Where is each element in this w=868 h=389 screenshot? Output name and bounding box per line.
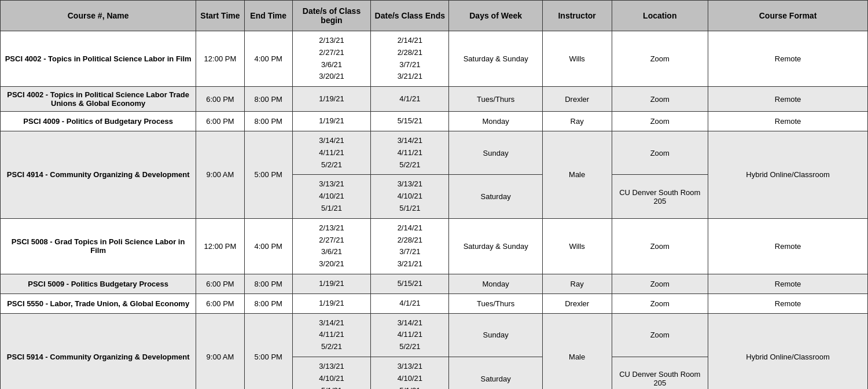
table-row: PSCI 4002 - Topics in Political Science …: [1, 87, 868, 112]
header-dates-begin: Date/s of Class begin: [292, 1, 370, 31]
header-start-time: Start Time: [196, 1, 244, 31]
header-end-time: End Time: [244, 1, 292, 31]
location: Zoom: [612, 112, 708, 131]
dates-end: 2/14/21 2/28/21 3/7/21 3/21/21: [371, 31, 449, 87]
start-time: 6:00 PM: [196, 293, 244, 313]
header-instructor: Instructor: [542, 1, 612, 31]
dates-begin: 1/19/21: [292, 87, 370, 112]
end-time: 4:00 PM: [244, 31, 292, 87]
course-name: PSCI 5008 - Grad Topics in Poli Science …: [1, 218, 196, 274]
location: Zoom: [612, 293, 708, 313]
course-name: PSCI 4914 - Community Organizing & Devel…: [1, 131, 196, 218]
end-time: 4:00 PM: [244, 218, 292, 274]
table-row: PSCI 4009 - Politics of Budgetary Proces…: [1, 112, 868, 131]
start-time: 6:00 PM: [196, 112, 244, 131]
instructor: Ray: [542, 274, 612, 293]
course-format: Remote: [708, 218, 868, 274]
end-time: 8:00 PM: [244, 293, 292, 313]
header-location: Location: [612, 1, 708, 31]
instructor: Male: [542, 313, 612, 389]
end-time: 8:00 PM: [244, 274, 292, 293]
days-of-week: Tues/Thurs: [449, 293, 542, 313]
dates-begin: 3/14/21 4/11/21 5/2/21: [292, 131, 370, 174]
location: Zoom: [612, 87, 708, 112]
table-row: PSCI 5009 - Politics Budgetary Process6:…: [1, 274, 868, 293]
course-name: PSCI 4009 - Politics of Budgetary Proces…: [1, 112, 196, 131]
dates-begin: 3/14/21 4/11/21 5/2/21: [292, 313, 370, 357]
header-course-format: Course Format: [708, 1, 868, 31]
instructor: Male: [542, 131, 612, 218]
dates-begin: 2/13/21 2/27/21 3/6/21 3/20/21: [292, 218, 370, 274]
course-name: PSCI 5914 - Community Organizing & Devel…: [1, 313, 196, 389]
location: Zoom: [612, 31, 708, 87]
dates-end: 5/15/21: [371, 274, 449, 293]
days-of-week: Saturday & Sunday: [449, 31, 542, 87]
dates-end: 3/13/21 4/10/21 5/1/21: [371, 175, 449, 218]
days-of-week: Tues/Thurs: [449, 87, 542, 112]
dates-end: 4/1/21: [371, 293, 449, 313]
days-of-week: Saturday & Sunday: [449, 218, 542, 274]
end-time: 8:00 PM: [244, 112, 292, 131]
header-days-of-week: Days of Week: [449, 1, 542, 31]
table-row: PSCI 4002 - Topics in Political Science …: [1, 31, 868, 87]
dates-begin: 3/13/21 4/10/21 5/1/21: [292, 175, 370, 218]
course-format: Hybrid Online/Classroom: [708, 131, 868, 218]
dates-begin: 3/13/21 4/10/21 5/1/21: [292, 357, 370, 389]
location: Zoom: [612, 218, 708, 274]
location: CU Denver South Room 205: [612, 357, 708, 389]
course-format: Remote: [708, 274, 868, 293]
course-table: Course #, Name Start Time End Time Date/…: [0, 0, 868, 389]
dates-begin: 1/19/21: [292, 112, 370, 131]
end-time: 5:00 PM: [244, 131, 292, 218]
dates-end: 4/1/21: [371, 87, 449, 112]
days-of-week: Sunday: [449, 131, 542, 174]
days-of-week: Saturday: [449, 357, 542, 389]
start-time: 6:00 PM: [196, 87, 244, 112]
days-of-week: Saturday: [449, 175, 542, 218]
start-time: 12:00 PM: [196, 218, 244, 274]
course-name: PSCI 5550 - Labor, Trade Union, & Global…: [1, 293, 196, 313]
instructor: Wills: [542, 218, 612, 274]
start-time: 9:00 AM: [196, 313, 244, 389]
location: Zoom: [612, 274, 708, 293]
table-row: PSCI 5914 - Community Organizing & Devel…: [1, 313, 868, 357]
location: Zoom: [612, 313, 708, 357]
table-row: PSCI 4914 - Community Organizing & Devel…: [1, 131, 868, 174]
days-of-week: Sunday: [449, 313, 542, 357]
dates-begin: 1/19/21: [292, 274, 370, 293]
end-time: 5:00 PM: [244, 313, 292, 389]
location: CU Denver South Room 205: [612, 175, 708, 218]
instructor: Ray: [542, 112, 612, 131]
header-dates-end: Date/s Class Ends: [371, 1, 449, 31]
course-name: PSCI 4002 - Topics in Political Science …: [1, 31, 196, 87]
days-of-week: Monday: [449, 274, 542, 293]
dates-begin: 1/19/21: [292, 293, 370, 313]
end-time: 8:00 PM: [244, 87, 292, 112]
start-time: 6:00 PM: [196, 274, 244, 293]
course-format: Remote: [708, 87, 868, 112]
dates-end: 3/14/21 4/11/21 5/2/21: [371, 131, 449, 174]
table-row: PSCI 5008 - Grad Topics in Poli Science …: [1, 218, 868, 274]
days-of-week: Monday: [449, 112, 542, 131]
course-name: PSCI 5009 - Politics Budgetary Process: [1, 274, 196, 293]
course-format: Hybrid Online/Classroom: [708, 313, 868, 389]
dates-begin: 2/13/21 2/27/21 3/6/21 3/20/21: [292, 31, 370, 87]
course-format: Remote: [708, 112, 868, 131]
start-time: 9:00 AM: [196, 131, 244, 218]
location: Zoom: [612, 131, 708, 174]
course-format: Remote: [708, 293, 868, 313]
course-name: PSCI 4002 - Topics in Political Science …: [1, 87, 196, 112]
dates-end: 5/15/21: [371, 112, 449, 131]
instructor: Drexler: [542, 87, 612, 112]
start-time: 12:00 PM: [196, 31, 244, 87]
dates-end: 3/13/21 4/10/21 5/1/21: [371, 357, 449, 389]
table-row: PSCI 5550 - Labor, Trade Union, & Global…: [1, 293, 868, 313]
header-course-name: Course #, Name: [1, 1, 196, 31]
instructor: Drexler: [542, 293, 612, 313]
course-format: Remote: [708, 31, 868, 87]
instructor: Wills: [542, 31, 612, 87]
dates-end: 2/14/21 2/28/21 3/7/21 3/21/21: [371, 218, 449, 274]
dates-end: 3/14/21 4/11/21 5/2/21: [371, 313, 449, 357]
